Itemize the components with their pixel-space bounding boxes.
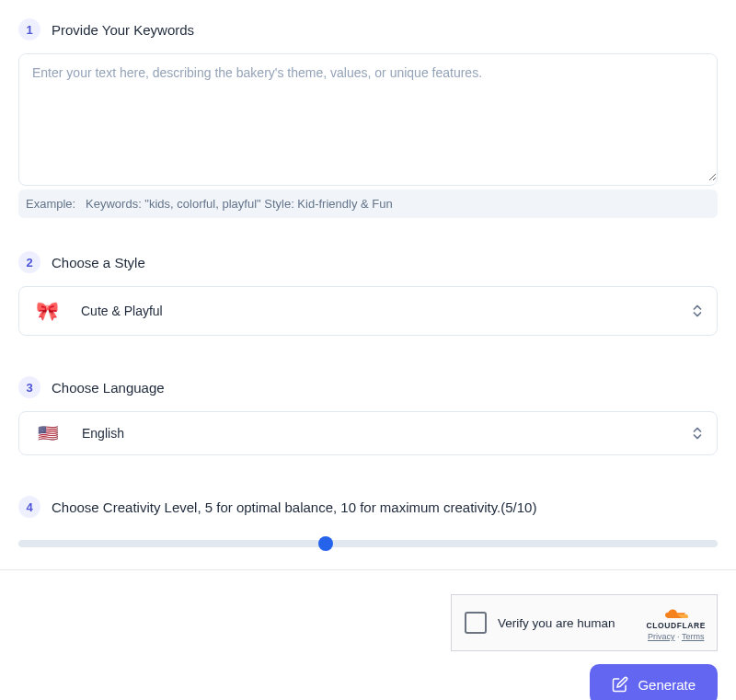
step-1-title: Provide Your Keywords xyxy=(52,22,194,38)
cloudflare-wordmark: CLOUDFLARE xyxy=(646,621,706,630)
step-number-4: 4 xyxy=(18,496,40,518)
step-1-header: 1 Provide Your Keywords xyxy=(18,18,718,40)
bottom-area: Verify you are human CLOUDFLARE Privacy … xyxy=(18,594,718,700)
creativity-slider[interactable] xyxy=(18,540,718,547)
slider-track xyxy=(18,540,718,547)
chevron-up-down-icon xyxy=(693,305,702,317)
cloudflare-icon xyxy=(663,608,689,621)
step-number-1: 1 xyxy=(18,18,40,40)
chevron-up-down-icon xyxy=(693,428,702,440)
keywords-textarea-wrap xyxy=(18,53,718,186)
captcha-checkbox[interactable] xyxy=(465,612,487,634)
step-4-header: 4 Choose Creativity Level, 5 for optimal… xyxy=(18,496,718,518)
language-selected-label: English xyxy=(82,426,124,441)
terms-link[interactable]: Terms xyxy=(682,632,705,641)
bow-icon: 🎀 xyxy=(36,300,59,322)
style-select[interactable]: 🎀 Cute & Playful xyxy=(18,286,718,336)
generate-label: Generate xyxy=(638,677,696,693)
step-number-2: 2 xyxy=(18,251,40,273)
divider xyxy=(0,569,736,570)
captcha-text: Verify you are human xyxy=(498,616,615,630)
us-flag-icon: 🇺🇸 xyxy=(36,425,60,442)
example-bar: Example: Keywords: "kids, colorful, play… xyxy=(18,189,718,218)
edit-icon xyxy=(612,676,628,693)
example-prefix: Example: xyxy=(26,197,75,211)
step-2-header: 2 Choose a Style xyxy=(18,251,718,273)
step-2-title: Choose a Style xyxy=(52,255,145,270)
step-number-3: 3 xyxy=(18,376,40,398)
step-3-header: 3 Choose Language xyxy=(18,376,718,398)
keywords-input[interactable] xyxy=(19,54,717,181)
generate-button[interactable]: Generate xyxy=(590,664,718,700)
link-dot: · xyxy=(677,632,680,641)
captcha-widget[interactable]: Verify you are human CLOUDFLARE Privacy … xyxy=(451,594,718,651)
captcha-links: Privacy · Terms xyxy=(648,632,704,641)
step-4-title: Choose Creativity Level, 5 for optimal b… xyxy=(52,499,536,515)
slider-thumb[interactable] xyxy=(318,536,333,551)
privacy-link[interactable]: Privacy xyxy=(648,632,675,641)
example-text: Keywords: "kids, colorful, playful" Styl… xyxy=(86,197,393,211)
step-3-title: Choose Language xyxy=(52,380,165,396)
language-select[interactable]: 🇺🇸 English xyxy=(18,411,718,455)
style-selected-label: Cute & Playful xyxy=(81,304,163,318)
captcha-brand: CLOUDFLARE Privacy · Terms xyxy=(646,608,706,641)
